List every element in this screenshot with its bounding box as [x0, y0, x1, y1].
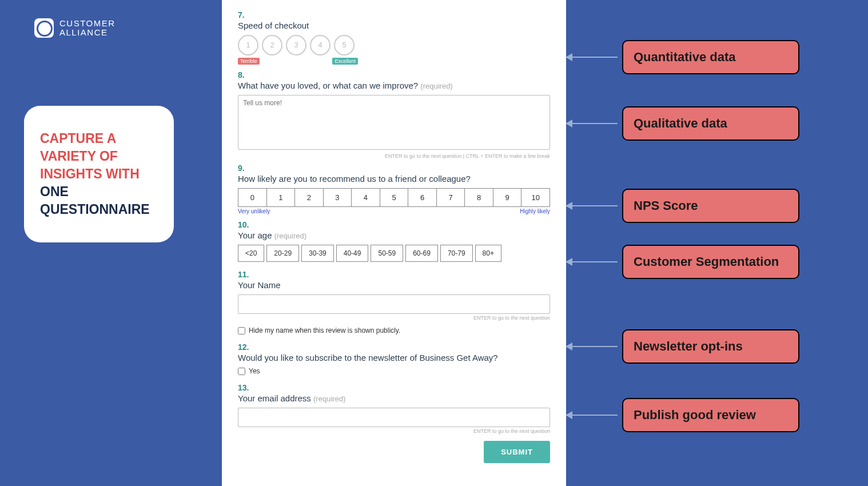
q11-number: 11.	[238, 270, 550, 279]
age-70-79[interactable]: 70-79	[440, 245, 473, 262]
rating-3[interactable]: 3	[286, 35, 306, 55]
q7-title: Speed of checkout	[238, 21, 550, 30]
q13-required: (required)	[313, 395, 345, 403]
rating-4[interactable]: 4	[310, 35, 331, 55]
nps-7[interactable]: 7	[437, 189, 465, 206]
nps-low-label: Very unlikely	[238, 208, 270, 214]
callout-4: Newsletter opt-ins	[566, 329, 799, 364]
nps-high-label: Highly likely	[520, 208, 550, 214]
nps-2[interactable]: 2	[295, 189, 324, 206]
q10-title: Your age (required)	[238, 230, 550, 240]
age-60-69[interactable]: 60-69	[405, 245, 438, 262]
newsletter-yes-label: Yes	[249, 367, 260, 375]
terrible-badge: Terrible	[238, 58, 260, 65]
q8-hint: ENTER to go to the next question | CTRL …	[238, 153, 550, 159]
hide-name-row[interactable]: Hide my name when this review is shown p…	[238, 326, 550, 334]
age-u20[interactable]: <20	[238, 245, 264, 262]
age-40-49[interactable]: 40-49	[336, 245, 369, 262]
q11-title: Your Name	[238, 280, 550, 290]
q7-number: 7.	[238, 10, 550, 19]
form-panel: 7. Speed of checkout 1 2 3 4 5 Terrible …	[222, 0, 566, 486]
age-20-29[interactable]: 20-29	[266, 245, 299, 262]
q13-title-text: Your email address	[238, 393, 311, 403]
nps-8[interactable]: 8	[465, 189, 493, 206]
arrow-icon	[566, 57, 618, 58]
age-50-59[interactable]: 50-59	[371, 245, 403, 262]
q8-required: (required)	[420, 82, 452, 90]
q9-number: 9.	[238, 164, 550, 173]
callout-3: Customer Segmentation	[566, 245, 799, 279]
email-input[interactable]	[238, 408, 550, 427]
callout-box: Customer Segmentation	[622, 245, 799, 279]
q12-title: Would you like to subscribe to the newsl…	[238, 353, 550, 362]
submit-button[interactable]: SUBMIT	[484, 441, 550, 463]
q13-number: 13.	[238, 383, 550, 392]
newsletter-checkbox[interactable]	[238, 368, 245, 375]
comment-textarea[interactable]	[238, 95, 550, 150]
arrow-icon	[566, 205, 618, 206]
arrow-icon	[566, 261, 618, 262]
q11-hint: ENTER to go to the next question	[238, 315, 550, 321]
nps-9[interactable]: 9	[493, 189, 522, 206]
callout-box: Publish good review	[622, 398, 799, 432]
q10-title-text: Your age	[238, 230, 272, 240]
nps-1[interactable]: 1	[267, 189, 296, 206]
nps-5[interactable]: 5	[380, 189, 409, 206]
callout-1: Qualitative data	[566, 106, 799, 141]
callout-box: Qualitative data	[622, 106, 799, 141]
excellent-badge: Excellent	[332, 58, 358, 65]
nps-6[interactable]: 6	[408, 189, 437, 206]
hide-name-label: Hide my name when this review is shown p…	[249, 326, 400, 334]
q13-hint: ENTER to go to the next question	[238, 428, 550, 434]
age-30-39[interactable]: 30-39	[301, 245, 334, 262]
callout-0: Quantitative data	[566, 40, 799, 74]
hide-name-checkbox[interactable]	[238, 327, 245, 334]
newsletter-row[interactable]: Yes	[238, 367, 550, 375]
name-input[interactable]	[238, 294, 550, 314]
q9-title: How likely are you to recommend us to a …	[238, 174, 550, 184]
logo: CUSTOMER ALLIANCE	[34, 18, 116, 38]
callout-2: NPS Score	[566, 189, 799, 223]
q13-title: Your email address (required)	[238, 393, 550, 403]
callout-box: Quantitative data	[622, 40, 799, 74]
q10-required: (required)	[274, 232, 306, 240]
callout-box: Newsletter opt-ins	[622, 329, 799, 364]
callout-box: NPS Score	[622, 189, 799, 223]
nps-labels: Very unlikely Highly likely	[238, 208, 550, 214]
q8-title-text: What have you loved, or what can we impr…	[238, 81, 418, 90]
q8-number: 8.	[238, 70, 550, 79]
arrow-icon	[566, 346, 618, 347]
q10-number: 10.	[238, 220, 550, 229]
callout-5: Publish good review	[566, 398, 799, 432]
logo-text: CUSTOMER ALLIANCE	[59, 19, 116, 38]
arrow-icon	[566, 415, 618, 416]
nps-10[interactable]: 10	[521, 189, 550, 206]
q8-title: What have you loved, or what can we impr…	[238, 81, 550, 90]
caption-card: CAPTURE A VARIETY OF INSIGHTS WITH ONE Q…	[24, 106, 174, 242]
caption-dark: ONE QUESTIONNAIRE	[40, 183, 158, 218]
caption-red: CAPTURE A VARIETY OF INSIGHTS WITH	[40, 130, 158, 183]
age-row: <20 20-29 30-39 40-49 50-59 60-69 70-79 …	[238, 245, 550, 262]
rating-labels: Terrible Excellent	[238, 58, 358, 65]
logo-line2: ALLIANCE	[59, 28, 116, 38]
q12-number: 12.	[238, 342, 550, 352]
logo-icon	[34, 18, 54, 38]
nps-4[interactable]: 4	[352, 189, 380, 206]
rating-row: 1 2 3 4 5	[238, 35, 550, 55]
nps-0[interactable]: 0	[238, 189, 267, 206]
rating-2[interactable]: 2	[262, 35, 282, 55]
rating-1[interactable]: 1	[238, 35, 258, 55]
logo-line1: CUSTOMER	[59, 19, 116, 29]
callouts-container: Quantitative dataQualitative dataNPS Sco…	[566, 0, 863, 486]
age-80p[interactable]: 80+	[475, 245, 501, 262]
arrow-icon	[566, 123, 618, 124]
nps-3[interactable]: 3	[324, 189, 352, 206]
rating-5[interactable]: 5	[334, 35, 355, 55]
nps-row: 0 1 2 3 4 5 6 7 8 9 10	[238, 188, 550, 207]
